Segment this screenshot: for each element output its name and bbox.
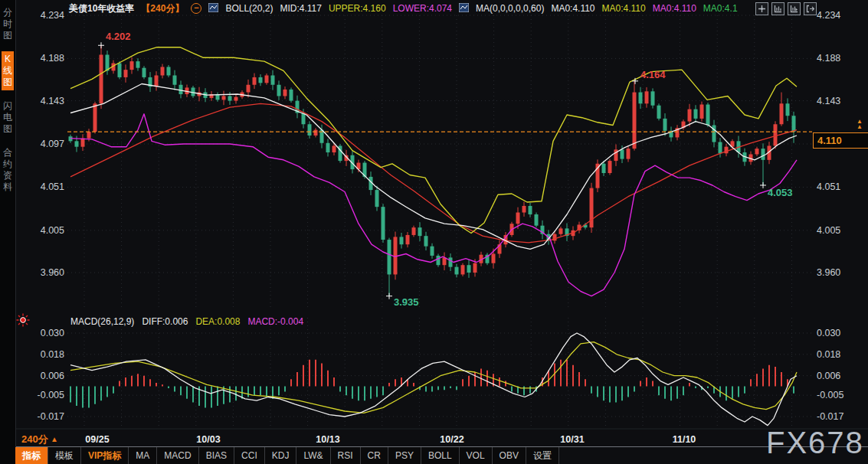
ma-value-3: MA0:4.110 <box>653 3 696 14</box>
svg-text:4.188: 4.188 <box>817 53 840 64</box>
toolbar-item-13[interactable]: VOL <box>460 447 493 464</box>
toolbar-item-3[interactable]: MA <box>129 447 157 464</box>
annotations-layer: 4.2024.1643.9354.053 <box>98 31 793 308</box>
svg-text:4.005: 4.005 <box>817 225 840 236</box>
chart-canvas[interactable]: 4.2024.1643.9354.0534.2344.2344.1884.188… <box>0 0 868 464</box>
svg-text:10/22: 10/22 <box>440 434 463 445</box>
svg-text:▲: ▲ <box>51 435 58 443</box>
svg-text:09/25: 09/25 <box>85 434 109 445</box>
candles-layer <box>69 45 796 296</box>
svg-text:4.053: 4.053 <box>768 187 793 198</box>
macd-diff-value: DIFF:0.006 <box>142 316 188 327</box>
svg-text:4.188: 4.188 <box>41 53 64 64</box>
svg-text:4.143: 4.143 <box>817 96 840 106</box>
app-window: 4.2024.1643.9354.0534.2344.2344.1884.188… <box>0 0 868 464</box>
current-price-badge: 4.110 <box>813 132 868 149</box>
sidebar-item-1[interactable]: K线图 <box>2 51 14 90</box>
svg-text:4.051: 4.051 <box>41 181 64 192</box>
toolbar-item-8[interactable]: LW& <box>296 447 330 464</box>
svg-text:4.051: 4.051 <box>817 181 840 192</box>
macd-header: MACD(26,12,9) DIFF:0.006 DEA:0.008 MACD:… <box>70 316 303 327</box>
svg-text:-0.017: -0.017 <box>817 411 843 422</box>
chart-pane-icon[interactable] <box>771 2 784 15</box>
boll-indicator-icon[interactable] <box>208 3 218 15</box>
ma-value-2: MA0:4.110 <box>602 3 646 14</box>
macd-params-label: MACD(26,12,9) <box>70 316 134 327</box>
svg-text:0.006: 0.006 <box>41 371 64 381</box>
svg-text:4.005: 4.005 <box>41 225 64 236</box>
svg-text:4.143: 4.143 <box>41 96 64 106</box>
header-icon-group <box>755 2 817 15</box>
boll-lower-value: LOWER:4.074 <box>393 3 452 14</box>
toolbar-item-7[interactable]: KDJ <box>265 447 297 464</box>
boll-label: BOLL(20,2) <box>225 3 273 14</box>
left-sidebar: 分时图K线图闪电图合约资料 <box>0 0 16 464</box>
chart-header: 美债10年收益率 【240分】 − BOLL(20,2) MID:4.117 U… <box>69 2 738 15</box>
axis-labels-layer: 4.2344.2344.1884.1884.1434.1434.0974.097… <box>38 10 844 422</box>
toolbar-item-1[interactable]: 模板 <box>48 447 81 464</box>
x-axis-layer: 09/2510/0310/1310/2210/3111/10240分▲ <box>21 433 696 445</box>
svg-text:0.018: 0.018 <box>817 349 840 360</box>
macd-dea-value: DEA:0.008 <box>195 316 240 327</box>
svg-text:4.097: 4.097 <box>41 139 64 149</box>
sidebar-item-0[interactable]: 分时图 <box>2 5 14 44</box>
svg-text:-0.005: -0.005 <box>817 390 843 400</box>
toolbar-item-0[interactable]: 指标 <box>15 447 48 464</box>
current-price-value: 4.110 <box>817 135 842 146</box>
overlay-lines-layer <box>70 47 797 296</box>
svg-text:10/03: 10/03 <box>196 434 220 445</box>
toolbar-item-14[interactable]: OBV <box>493 447 526 464</box>
toolbar-item-15[interactable]: 设置 <box>526 447 559 464</box>
indicator-toolbar: 指标模板VIP指标MAMACDBIASCCIKDJLW&RSICRPSYBOLL… <box>15 447 559 464</box>
boll-upper-value: UPPER:4.160 <box>329 3 386 14</box>
ma-value-4: MA0:4.1 <box>703 3 738 14</box>
svg-text:4.234: 4.234 <box>817 10 840 21</box>
svg-text:4.202: 4.202 <box>106 31 131 42</box>
svg-text:3.935: 3.935 <box>394 296 419 308</box>
svg-text:-0.005: -0.005 <box>38 390 64 400</box>
watermark: FX678 <box>766 426 864 460</box>
svg-text:3.960: 3.960 <box>41 267 64 278</box>
svg-text:-0.017: -0.017 <box>38 411 64 422</box>
svg-text:10/31: 10/31 <box>560 434 584 445</box>
toolbar-item-6[interactable]: CCI <box>234 447 265 464</box>
macd-layer <box>70 333 797 426</box>
toolbar-item-5[interactable]: BIAS <box>199 447 234 464</box>
ma-label: MA(0,0,0,0,0,60) <box>476 3 544 14</box>
collapse-icon[interactable]: − <box>191 3 201 14</box>
toolbar-item-10[interactable]: CR <box>361 447 388 464</box>
toolbar-item-11[interactable]: PSY <box>388 447 421 464</box>
grid-layer <box>15 15 868 429</box>
period-label: 【240分】 <box>141 2 184 15</box>
ma-value-1: MA0:4.110 <box>551 3 594 14</box>
svg-text:4.164: 4.164 <box>640 69 666 80</box>
svg-text:240分: 240分 <box>21 433 49 445</box>
toolbar-item-2[interactable]: VIP指标 <box>81 447 129 464</box>
svg-text:11/10: 11/10 <box>673 434 696 445</box>
scroll-to-price-icon[interactable]: ▲▲ <box>857 119 863 129</box>
toolbar-item-4[interactable]: MACD <box>157 447 198 464</box>
svg-text:0.030: 0.030 <box>817 328 840 338</box>
boll-mid-value: MID:4.117 <box>280 3 321 14</box>
chart-next-icon[interactable] <box>788 2 801 15</box>
sidebar-item-2[interactable]: 闪电图 <box>2 98 14 137</box>
svg-text:3.960: 3.960 <box>817 267 840 278</box>
macd-macd-value: MACD:-0.004 <box>247 316 303 327</box>
ma-indicator-icon[interactable] <box>459 3 469 15</box>
toolbar-item-12[interactable]: BOLL <box>421 447 460 464</box>
svg-text:0.006: 0.006 <box>817 371 840 381</box>
crosshair-tool-icon[interactable] <box>755 2 768 15</box>
svg-text:0.018: 0.018 <box>41 349 64 360</box>
svg-text:0.030: 0.030 <box>41 328 64 338</box>
toolbar-item-9[interactable]: RSI <box>331 447 361 464</box>
sidebar-item-3[interactable]: 合约资料 <box>2 145 14 195</box>
svg-text:10/13: 10/13 <box>316 434 339 445</box>
expand-window-icon[interactable] <box>804 2 817 15</box>
alert-flash-icon[interactable] <box>16 313 30 330</box>
instrument-title: 美债10年收益率 <box>69 2 134 15</box>
svg-text:4.234: 4.234 <box>41 10 64 21</box>
